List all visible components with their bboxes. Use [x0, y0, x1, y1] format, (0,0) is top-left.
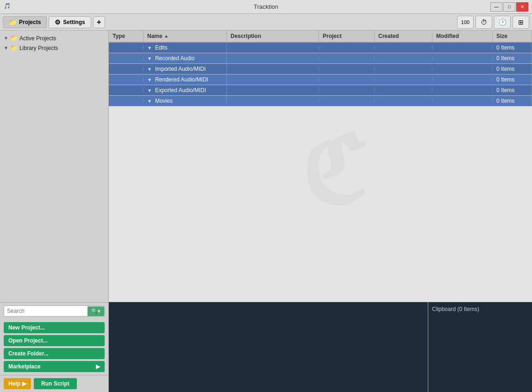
row-size: 0 Items	[493, 53, 532, 63]
grid-button[interactable]: ⊞	[513, 16, 529, 29]
table-area: Type Name ▲ Description Project Created …	[109, 31, 532, 302]
row-created	[375, 78, 432, 81]
row-project	[319, 56, 375, 60]
grid-icon: ⊞	[518, 19, 524, 26]
right-panel: Type Name ▲ Description Project Created …	[109, 31, 532, 392]
search-button[interactable]: 🔍▾	[88, 306, 104, 316]
table-row[interactable]: ▼ Movies 0 Items	[109, 96, 532, 106]
sort-arrow-icon: ▲	[164, 34, 169, 38]
run-script-button[interactable]: Run Script	[34, 378, 77, 389]
help-label: Help	[8, 380, 20, 387]
projects-tab-icon: 📁	[9, 19, 17, 26]
minimize-button[interactable]: —	[490, 2, 502, 12]
app-title: Tracktion	[0, 3, 532, 10]
bottom-panel: Clipboard (0 Items)	[109, 302, 532, 392]
tab-projects-label: Projects	[19, 19, 41, 25]
sidebar-item-active-projects[interactable]: ▼ 📁 Active Projects	[0, 33, 108, 43]
col-header-name[interactable]: Name ▲	[144, 31, 227, 42]
row-type	[109, 56, 144, 60]
row-created	[375, 46, 432, 50]
row-type	[109, 88, 144, 92]
search-input[interactable]	[4, 306, 88, 316]
app-icon: 🎵	[4, 3, 12, 11]
sidebar-buttons: New Project... Open Project... Create Fo…	[0, 319, 108, 375]
row-modified	[432, 88, 493, 92]
new-project-button[interactable]: New Project...	[4, 322, 105, 333]
marketplace-label: Marketplace	[8, 363, 40, 370]
row-arrow-icon: ▼	[147, 77, 152, 82]
row-description	[227, 78, 319, 81]
active-projects-label: Active Projects	[19, 35, 56, 42]
arrow-icon: ▼	[4, 36, 8, 41]
row-size: 0 Items	[493, 75, 532, 85]
clipboard-label: Clipboard (0 Items)	[432, 306, 479, 312]
open-project-button[interactable]: Open Project...	[4, 335, 105, 346]
row-name: ▼ Movies	[144, 96, 227, 106]
clipboard-panel: Clipboard (0 Items)	[428, 302, 532, 392]
row-description	[227, 67, 319, 71]
row-modified	[432, 46, 493, 50]
row-created	[375, 56, 432, 60]
table-row[interactable]: ▼ Imported Audio/MIDI 0 Items	[109, 64, 532, 75]
sidebar-bottom: Help ▶ Run Script	[0, 375, 108, 392]
close-button[interactable]: ✕	[516, 2, 528, 12]
row-modified	[432, 67, 493, 71]
row-created	[375, 88, 432, 92]
col-header-created[interactable]: Created	[375, 31, 432, 42]
row-name: ▼ Rendered Audio/MIDI	[144, 75, 227, 85]
row-project	[319, 88, 375, 92]
bottom-left-panel	[109, 302, 428, 392]
sidebar-tree: ▼ 📁 Active Projects ▼ 📁 Library Projects	[0, 31, 108, 302]
clock-button[interactable]: 🕐	[494, 16, 511, 29]
tab-bar: 📁 Projects ⚙ Settings + 100 ⏱ 🕐 ⊞	[0, 14, 532, 31]
table-row[interactable]: ▼ Rendered Audio/MIDI 0 Items	[109, 75, 532, 85]
col-header-type[interactable]: Type	[109, 31, 144, 42]
row-created	[375, 67, 432, 71]
row-description	[227, 46, 319, 50]
row-project	[319, 46, 375, 50]
search-wrapper: 🔍▾	[4, 305, 105, 317]
row-modified	[432, 99, 493, 103]
content-area: ▼ 📁 Active Projects ▼ 📁 Library Projects…	[0, 31, 532, 392]
sidebar-item-library-projects[interactable]: ▼ 📁 Library Projects	[0, 43, 108, 53]
table-row[interactable]: ▼ Exported Audio/MIDI 0 Items	[109, 85, 532, 96]
metronome-icon: ⏱	[481, 19, 487, 26]
help-button[interactable]: Help ▶	[4, 378, 31, 389]
create-folder-button[interactable]: Create Folder...	[4, 348, 105, 359]
row-name: ▼ Edits	[144, 43, 227, 53]
row-name: ▼ Imported Audio/MIDI	[144, 64, 227, 74]
row-project	[319, 99, 375, 103]
row-type	[109, 78, 144, 81]
row-description	[227, 88, 319, 92]
col-header-project[interactable]: Project	[319, 31, 375, 42]
row-arrow-icon: ▼	[147, 99, 152, 104]
table-row[interactable]: ▼ Edits 0 Items	[109, 43, 532, 53]
clock-icon: 🕐	[499, 19, 507, 26]
tempo-button[interactable]: 100	[457, 16, 474, 29]
col-header-description[interactable]: Description	[227, 31, 319, 42]
row-project	[319, 78, 375, 81]
row-project	[319, 67, 375, 71]
row-arrow-icon: ▼	[147, 88, 152, 93]
metronome-button[interactable]: ⏱	[476, 16, 492, 29]
row-name: ▼ Exported Audio/MIDI	[144, 85, 227, 95]
maximize-button[interactable]: □	[503, 2, 515, 12]
tab-projects[interactable]: 📁 Projects	[3, 16, 47, 28]
add-tab-button[interactable]: +	[93, 16, 105, 28]
row-size: 0 Items	[493, 64, 532, 74]
tab-settings[interactable]: ⚙ Settings	[49, 16, 91, 28]
row-size: 0 Items	[493, 43, 532, 53]
table-rows-container: ▼ Edits 0 Items ▼ Recorded Audio 0 Items…	[109, 43, 532, 106]
marketplace-arrow-icon: ▶	[96, 363, 100, 370]
row-description	[227, 99, 319, 103]
row-modified	[432, 56, 493, 60]
title-bar: 🎵 Tracktion — □ ✕	[0, 0, 532, 14]
sidebar: ▼ 📁 Active Projects ▼ 📁 Library Projects…	[0, 31, 109, 392]
col-header-modified[interactable]: Modified	[432, 31, 493, 42]
table-row[interactable]: ▼ Recorded Audio 0 Items	[109, 53, 532, 64]
row-type	[109, 67, 144, 71]
marketplace-button[interactable]: Marketplace ▶	[4, 361, 105, 372]
col-header-size[interactable]: Size	[493, 31, 532, 42]
watermark: ℭ	[301, 118, 366, 225]
row-type	[109, 46, 144, 50]
